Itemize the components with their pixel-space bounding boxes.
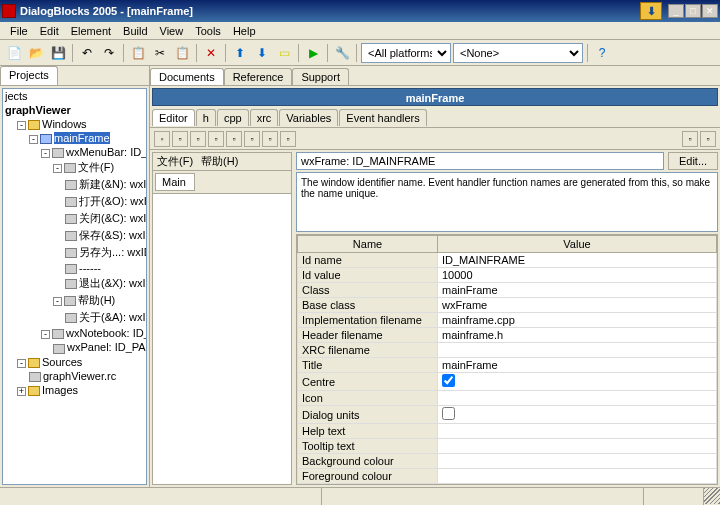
property-value[interactable]: mainframe.h <box>438 328 717 343</box>
mini-btn[interactable]: ◦ <box>154 131 170 147</box>
property-row[interactable]: Help text <box>298 424 717 439</box>
delete-icon[interactable]: ✕ <box>201 43 221 63</box>
property-row[interactable]: Dialog units <box>298 406 717 424</box>
events-tab[interactable]: Event handlers <box>339 109 426 126</box>
undo-icon[interactable]: ↶ <box>77 43 97 63</box>
property-row[interactable]: Centre <box>298 373 717 391</box>
new-icon[interactable]: 📄 <box>4 43 24 63</box>
variables-tab[interactable]: Variables <box>279 109 338 126</box>
tree-root[interactable]: jects <box>5 89 146 103</box>
mini-btn[interactable]: ▫ <box>700 131 716 147</box>
reference-tab[interactable]: Reference <box>224 68 293 85</box>
preview-main-tab[interactable]: Main <box>155 173 195 191</box>
property-row[interactable]: Font <box>298 484 717 486</box>
copy-icon[interactable]: 📋 <box>128 43 148 63</box>
tree-help-menu[interactable]: -帮助(H) <box>53 292 146 309</box>
paste-icon[interactable]: 📋 <box>172 43 192 63</box>
download-icon[interactable]: ⬇ <box>640 2 662 20</box>
mini-btn[interactable]: ▫ <box>208 131 224 147</box>
property-row[interactable]: Id value10000 <box>298 268 717 283</box>
menu-edit[interactable]: Edit <box>34 23 65 39</box>
edit-button[interactable]: Edit... <box>668 152 718 170</box>
mini-btn[interactable]: ▫ <box>280 131 296 147</box>
cpp-tab[interactable]: cpp <box>217 109 249 126</box>
property-row[interactable]: XRC filename <box>298 343 717 358</box>
h-tab[interactable]: h <box>196 109 216 126</box>
mini-btn[interactable]: ▫ <box>244 131 260 147</box>
col-value[interactable]: Value <box>438 236 717 253</box>
mini-btn[interactable]: ▫ <box>262 131 278 147</box>
maximize-button[interactable]: □ <box>685 4 701 18</box>
property-value[interactable] <box>438 454 717 469</box>
menu-help[interactable]: Help <box>227 23 262 39</box>
xrc-tab[interactable]: xrc <box>250 109 279 126</box>
tree-notebook[interactable]: -wxNotebook: ID_NOTE <box>41 326 146 340</box>
tree-save[interactable]: 保存(&S): wxID_ <box>65 227 146 244</box>
property-row[interactable]: Implementation filenamemainframe.cpp <box>298 313 717 328</box>
tree-new[interactable]: 新建(&N): wxID_ <box>65 176 146 193</box>
property-row[interactable]: Base classwxFrame <box>298 298 717 313</box>
tree-panel[interactable]: wxPanel: ID_PANEL <box>53 340 146 354</box>
preview-help[interactable]: 帮助(H) <box>201 154 238 169</box>
property-value[interactable]: wxFrame <box>438 298 717 313</box>
projects-tab[interactable]: Projects <box>0 66 58 85</box>
up-icon[interactable]: ⬆ <box>230 43 250 63</box>
property-value[interactable] <box>438 391 717 406</box>
menu-build[interactable]: Build <box>117 23 153 39</box>
tree-menubar[interactable]: -wxMenuBar: ID_MENUB <box>41 145 146 159</box>
property-grid[interactable]: Name Value Id nameID_MAINFRAMEId value10… <box>296 234 718 485</box>
mini-btn[interactable]: ▫ <box>682 131 698 147</box>
menu-element[interactable]: Element <box>65 23 117 39</box>
menu-file[interactable]: File <box>4 23 34 39</box>
tree-about[interactable]: 关于(&A): wxID_ <box>65 309 146 326</box>
property-value[interactable]: mainFrame <box>438 283 717 298</box>
down-icon[interactable]: ⬇ <box>252 43 272 63</box>
property-row[interactable]: Foreground colour <box>298 469 717 484</box>
close-button[interactable]: ✕ <box>702 4 718 18</box>
open-icon[interactable]: 📂 <box>26 43 46 63</box>
class-path-input[interactable] <box>296 152 664 170</box>
editor-tab[interactable]: Editor <box>152 109 195 126</box>
run-icon[interactable]: ▶ <box>303 43 323 63</box>
property-value[interactable]: ID_MAINFRAME <box>438 253 717 268</box>
platform-combo[interactable]: <All platforms> <box>361 43 451 63</box>
menu-view[interactable]: View <box>154 23 190 39</box>
property-value[interactable]: mainFrame <box>438 358 717 373</box>
cut-icon[interactable]: ✂ <box>150 43 170 63</box>
tree-sep[interactable]: ------ <box>65 261 146 275</box>
mini-btn[interactable]: ▫ <box>226 131 242 147</box>
property-value[interactable] <box>438 343 717 358</box>
tree-rc[interactable]: graphViewer.rc <box>29 369 146 383</box>
resize-grip-icon[interactable] <box>704 488 720 504</box>
support-tab[interactable]: Support <box>292 68 349 85</box>
property-row[interactable]: Icon <box>298 391 717 406</box>
property-value[interactable]: 10000 <box>438 268 717 283</box>
property-value[interactable] <box>438 424 717 439</box>
props-icon[interactable]: ▭ <box>274 43 294 63</box>
tree-windows[interactable]: -Windows <box>17 117 146 131</box>
project-tree[interactable]: jects graphViewer -Windows -mainFrame -w… <box>2 88 147 485</box>
tree-project[interactable]: graphViewer <box>5 103 146 117</box>
property-value[interactable]: mainframe.cpp <box>438 313 717 328</box>
tree-images[interactable]: +Images <box>17 383 146 397</box>
tree-sources[interactable]: -Sources <box>17 355 146 369</box>
preview-file[interactable]: 文件(F) <box>157 154 193 169</box>
property-row[interactable]: Header filenamemainframe.h <box>298 328 717 343</box>
mini-btn[interactable]: ▫ <box>172 131 188 147</box>
documents-tab[interactable]: Documents <box>150 68 224 85</box>
property-row[interactable]: TitlemainFrame <box>298 358 717 373</box>
col-name[interactable]: Name <box>298 236 438 253</box>
property-row[interactable]: Tooltip text <box>298 439 717 454</box>
tree-mainframe[interactable]: -mainFrame <box>29 131 146 145</box>
property-value[interactable] <box>438 469 717 484</box>
help-icon[interactable]: ? <box>592 43 612 63</box>
property-row[interactable]: ClassmainFrame <box>298 283 717 298</box>
property-value[interactable] <box>438 484 717 486</box>
minimize-button[interactable]: _ <box>668 4 684 18</box>
property-value[interactable] <box>438 373 717 391</box>
tree-exit[interactable]: 退出(&X): wxID_ <box>65 275 146 292</box>
property-value[interactable] <box>438 439 717 454</box>
tree-open[interactable]: 打开(&O): wxID_ <box>65 193 146 210</box>
property-row[interactable]: Id nameID_MAINFRAME <box>298 253 717 268</box>
redo-icon[interactable]: ↷ <box>99 43 119 63</box>
